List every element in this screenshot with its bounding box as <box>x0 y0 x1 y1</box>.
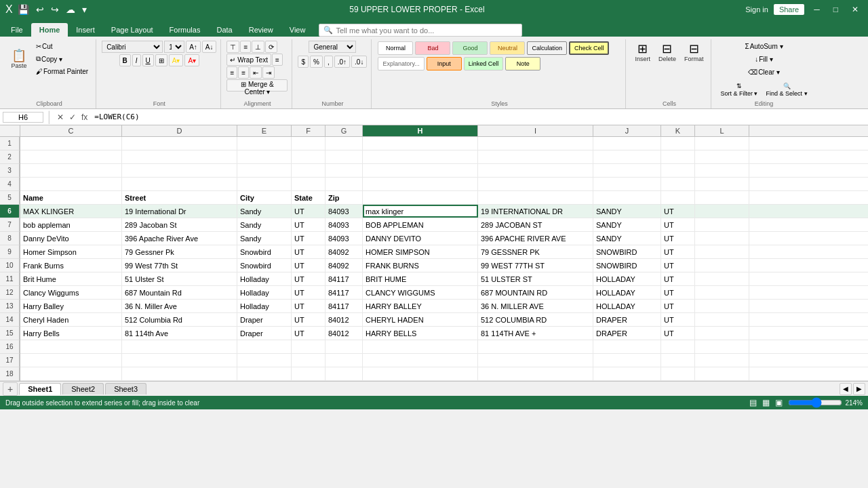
cell-e16[interactable] <box>237 340 292 353</box>
border-button[interactable]: ⊞ <box>155 54 167 66</box>
cell-c1[interactable] <box>20 137 122 150</box>
cell-f4[interactable] <box>292 178 326 190</box>
cell-j5[interactable] <box>593 191 661 204</box>
cell-c8[interactable]: Danny DeVito <box>20 232 122 245</box>
cell-d1[interactable] <box>122 137 237 150</box>
customize-qs-button[interactable]: ▾ <box>80 3 89 16</box>
cell-j13[interactable]: HOLLADAY <box>593 300 661 312</box>
confirm-formula-button[interactable]: ✓ <box>68 113 77 122</box>
cell-h14[interactable]: CHERYL HADEN <box>363 313 478 326</box>
cell-h18[interactable] <box>363 367 478 380</box>
col-header-e[interactable]: E <box>237 125 292 136</box>
cell-k16[interactable] <box>661 340 695 353</box>
style-explanatory[interactable]: Explanatory... <box>378 57 424 70</box>
zoom-slider[interactable] <box>788 397 842 408</box>
cell-k10[interactable]: UT <box>661 259 695 272</box>
clear-button[interactable]: ⌫ Clear ▾ <box>745 66 783 78</box>
cell-e8[interactable]: Sandy <box>237 232 292 245</box>
row-num-12[interactable]: 12 <box>0 286 20 300</box>
cell-c18[interactable] <box>20 367 122 380</box>
cell-e17[interactable] <box>237 354 292 367</box>
cell-l16[interactable] <box>695 340 749 353</box>
cell-g1[interactable] <box>326 137 363 150</box>
save-button[interactable]: 💾 <box>16 3 31 16</box>
cell-c11[interactable]: Brit Hume <box>20 272 122 285</box>
cell-i9[interactable]: 79 GESSNER PK <box>478 245 593 258</box>
cell-l6[interactable] <box>695 205 749 218</box>
percent-button[interactable]: % <box>310 56 323 68</box>
cell-e2[interactable] <box>237 150 292 163</box>
cell-d11[interactable]: 51 Ulster St <box>122 272 237 285</box>
cell-i17[interactable] <box>478 354 593 367</box>
cell-j10[interactable]: SNOWBIRD <box>593 259 661 272</box>
find-select-button[interactable]: 🔍 Find & Select ▾ <box>762 81 810 99</box>
row-num-18[interactable]: 18 <box>0 367 20 381</box>
cell-k14[interactable]: UT <box>661 313 695 326</box>
cell-g7[interactable]: 84093 <box>326 218 363 231</box>
cell-j16[interactable] <box>593 340 661 353</box>
comma-button[interactable]: , <box>324 56 333 68</box>
cell-f5[interactable]: State <box>292 191 326 204</box>
cell-d5[interactable]: Street <box>122 191 237 204</box>
cell-e1[interactable] <box>237 137 292 150</box>
maximize-button[interactable]: □ <box>829 3 842 16</box>
font-size-select[interactable]: 11 <box>164 41 184 53</box>
cell-e15[interactable]: Draper <box>237 327 292 340</box>
cell-i13[interactable]: 36 N. MILLER AVE <box>478 300 593 312</box>
cell-f10[interactable]: UT <box>292 259 326 272</box>
cell-i3[interactable] <box>478 164 593 177</box>
insert-function-button[interactable]: fx <box>80 113 89 122</box>
align-bottom-button[interactable]: ⊥ <box>252 41 264 53</box>
cell-j12[interactable]: HOLLADAY <box>593 286 661 299</box>
cell-j2[interactable] <box>593 150 661 163</box>
increase-font-button[interactable]: A↑ <box>186 41 201 53</box>
ribbon-search[interactable]: 🔍 <box>319 24 522 37</box>
cell-c4[interactable] <box>20 178 122 190</box>
cell-l13[interactable] <box>695 300 749 312</box>
style-input[interactable]: Input <box>427 57 462 70</box>
cell-j7[interactable]: SANDY <box>593 218 661 231</box>
cell-d6[interactable]: 19 International Dr <box>122 205 237 218</box>
row-num-7[interactable]: 7 <box>0 218 20 232</box>
cell-c9[interactable]: Homer Simpson <box>20 245 122 258</box>
italic-button[interactable]: I <box>132 54 141 66</box>
cell-g4[interactable] <box>326 178 363 190</box>
cell-d4[interactable] <box>122 178 237 190</box>
cell-j9[interactable]: SNOWBIRD <box>593 245 661 258</box>
cell-g16[interactable] <box>326 340 363 353</box>
undo-button[interactable]: ↩ <box>34 3 46 16</box>
search-input[interactable] <box>336 26 517 35</box>
autosum-button[interactable]: Σ AutoSum ▾ <box>741 41 786 52</box>
page-layout-view-button[interactable]: ▦ <box>762 398 770 407</box>
cell-l18[interactable] <box>695 367 749 380</box>
tab-view[interactable]: View <box>281 23 314 37</box>
number-format-select[interactable]: General <box>309 41 356 53</box>
cell-h3[interactable] <box>363 164 478 177</box>
cell-i7[interactable]: 289 JACOBAN ST <box>478 218 593 231</box>
style-note[interactable]: Note <box>505 57 540 70</box>
cell-l11[interactable] <box>695 272 749 285</box>
cell-j17[interactable] <box>593 354 661 367</box>
cell-f17[interactable] <box>292 354 326 367</box>
cell-l2[interactable] <box>695 150 749 163</box>
row-num-14[interactable]: 14 <box>0 313 20 327</box>
insert-button[interactable]: ⊞ Insert <box>631 41 654 64</box>
col-header-k[interactable]: K <box>661 125 695 136</box>
cell-d10[interactable]: 99 West 77th St <box>122 259 237 272</box>
row-num-5[interactable]: 5 <box>0 191 20 205</box>
cell-j8[interactable]: SANDY <box>593 232 661 245</box>
cell-j4[interactable] <box>593 178 661 190</box>
cell-k12[interactable]: UT <box>661 286 695 299</box>
cell-f8[interactable]: UT <box>292 232 326 245</box>
cell-c7[interactable]: bob appleman <box>20 218 122 231</box>
cell-i8[interactable]: 396 APACHE RIVER AVE <box>478 232 593 245</box>
cell-e7[interactable]: Sandy <box>237 218 292 231</box>
cell-i15[interactable]: 81 114TH AVE + <box>478 327 593 340</box>
cell-f6[interactable]: UT <box>292 205 326 218</box>
cell-g10[interactable]: 84092 <box>326 259 363 272</box>
cell-i10[interactable]: 99 WEST 77TH ST <box>478 259 593 272</box>
row-num-6[interactable]: 6 <box>0 205 20 218</box>
row-num-3[interactable]: 3 <box>0 164 20 178</box>
font-family-select[interactable]: Calibri <box>102 41 163 53</box>
col-header-h[interactable]: H <box>363 125 478 136</box>
